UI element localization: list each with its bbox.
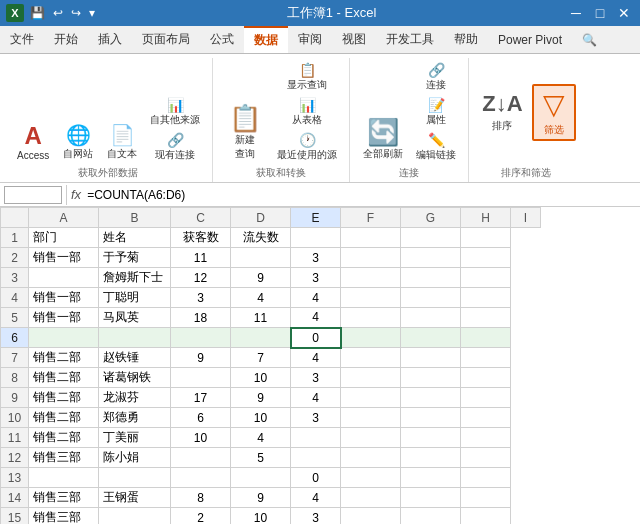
cell-E5[interactable]: 4 — [291, 308, 341, 328]
cell-A15[interactable]: 销售三部 — [29, 508, 99, 525]
cell-C14[interactable]: 8 — [171, 488, 231, 508]
cell-B10[interactable]: 郑德勇 — [99, 408, 171, 428]
ribbon-tab-公式[interactable]: 公式 — [200, 26, 244, 53]
cell-E4[interactable]: 4 — [291, 288, 341, 308]
cell-B7[interactable]: 赵铁锤 — [99, 348, 171, 368]
cell-E14[interactable]: 4 — [291, 488, 341, 508]
cell-D14[interactable]: 9 — [231, 488, 291, 508]
cell-A3[interactable] — [29, 268, 99, 288]
cell-blank-6-5[interactable] — [341, 328, 401, 348]
cell-D15[interactable]: 10 — [231, 508, 291, 525]
from-table-btn[interactable]: 📊从表格 — [273, 95, 341, 129]
col-header-G[interactable]: G — [401, 208, 461, 228]
cell-E7[interactable]: 4 — [291, 348, 341, 368]
cell-C7[interactable]: 9 — [171, 348, 231, 368]
row-number-12[interactable]: 12 — [1, 448, 29, 468]
cell-D10[interactable]: 10 — [231, 408, 291, 428]
cell-blank-1-5[interactable] — [341, 228, 401, 248]
col-header-C[interactable]: C — [171, 208, 231, 228]
show-query-btn[interactable]: 📋显示查询 — [273, 60, 341, 94]
ribbon-tab-开始[interactable]: 开始 — [44, 26, 88, 53]
row-number-13[interactable]: 13 — [1, 468, 29, 488]
row-number-6[interactable]: 6 — [1, 328, 29, 348]
properties-btn[interactable]: 📝属性 — [412, 95, 460, 129]
cell-D7[interactable]: 7 — [231, 348, 291, 368]
web-btn[interactable]: 🌐 自网站 — [58, 122, 98, 164]
cell-blank-13-5[interactable] — [341, 468, 401, 488]
cell-D9[interactable]: 9 — [231, 388, 291, 408]
cell-B9[interactable]: 龙淑芬 — [99, 388, 171, 408]
cell-blank-9-5[interactable] — [341, 388, 401, 408]
ribbon-tab-文件[interactable]: 文件 — [0, 26, 44, 53]
col-header-D[interactable]: D — [231, 208, 291, 228]
cell-B8[interactable]: 诸葛钢铁 — [99, 368, 171, 388]
new-query-btn[interactable]: 📋 新建查询 — [221, 102, 269, 164]
cell-C3[interactable]: 12 — [171, 268, 231, 288]
cell-E12[interactable] — [291, 448, 341, 468]
cell-B11[interactable]: 丁美丽 — [99, 428, 171, 448]
cell-blank-6-7[interactable] — [461, 328, 511, 348]
cell-C6[interactable] — [171, 328, 231, 348]
formula-input[interactable] — [87, 188, 636, 202]
cell-A1[interactable]: 部门 — [29, 228, 99, 248]
cell-blank-10-7[interactable] — [461, 408, 511, 428]
cell-D8[interactable]: 10 — [231, 368, 291, 388]
cell-D2[interactable] — [231, 248, 291, 268]
cell-B14[interactable]: 王钢蛋 — [99, 488, 171, 508]
cell-blank-13-7[interactable] — [461, 468, 511, 488]
window-controls[interactable]: ─ □ ✕ — [560, 0, 640, 26]
cell-blank-8-6[interactable] — [401, 368, 461, 388]
cell-blank-1-7[interactable] — [461, 228, 511, 248]
ribbon-tab-开发工具[interactable]: 开发工具 — [376, 26, 444, 53]
row-number-7[interactable]: 7 — [1, 348, 29, 368]
cell-E1[interactable] — [291, 228, 341, 248]
cell-E13[interactable]: 0 — [291, 468, 341, 488]
existing-conn-btn[interactable]: 🔗现有连接 — [146, 130, 204, 164]
minimize-btn[interactable]: ─ — [566, 5, 586, 21]
cell-D5[interactable]: 11 — [231, 308, 291, 328]
cell-blank-12-6[interactable] — [401, 448, 461, 468]
save-quick-btn[interactable]: 💾 — [28, 5, 47, 21]
sort-az-btn[interactable]: Z↓A 排序 — [477, 88, 527, 136]
cell-D3[interactable]: 9 — [231, 268, 291, 288]
cell-D11[interactable]: 4 — [231, 428, 291, 448]
row-number-10[interactable]: 10 — [1, 408, 29, 428]
cell-blank-15-7[interactable] — [461, 508, 511, 525]
cell-D1[interactable]: 流失数 — [231, 228, 291, 248]
cell-D12[interactable]: 5 — [231, 448, 291, 468]
cell-blank-3-6[interactable] — [401, 268, 461, 288]
cell-B2[interactable]: 于予菊 — [99, 248, 171, 268]
cell-A6[interactable] — [29, 328, 99, 348]
cell-B15[interactable] — [99, 508, 171, 525]
cell-blank-14-6[interactable] — [401, 488, 461, 508]
col-header-A[interactable]: A — [29, 208, 99, 228]
filter-btn[interactable]: ▽ 筛选 — [532, 84, 576, 141]
ribbon-tab-审阅[interactable]: 审阅 — [288, 26, 332, 53]
cell-C10[interactable]: 6 — [171, 408, 231, 428]
cell-E6[interactable]: 0 — [291, 328, 341, 348]
cell-C15[interactable]: 2 — [171, 508, 231, 525]
cell-blank-5-5[interactable] — [341, 308, 401, 328]
ribbon-tab-🔍[interactable]: 🔍 — [572, 26, 607, 53]
cell-E11[interactable] — [291, 428, 341, 448]
cell-blank-14-5[interactable] — [341, 488, 401, 508]
cell-B6[interactable] — [99, 328, 171, 348]
cell-blank-15-5[interactable] — [341, 508, 401, 525]
cell-C1[interactable]: 获客数 — [171, 228, 231, 248]
cell-A12[interactable]: 销售三部 — [29, 448, 99, 468]
cell-B5[interactable]: 马凤英 — [99, 308, 171, 328]
text-btn[interactable]: 📄 自文本 — [102, 122, 142, 164]
row-number-4[interactable]: 4 — [1, 288, 29, 308]
cell-blank-5-6[interactable] — [401, 308, 461, 328]
cell-blank-9-6[interactable] — [401, 388, 461, 408]
redo-quick-btn[interactable]: ↪ — [69, 5, 83, 21]
cell-C13[interactable] — [171, 468, 231, 488]
access-btn[interactable]: A Access — [12, 121, 54, 164]
cell-blank-4-6[interactable] — [401, 288, 461, 308]
cell-blank-10-5[interactable] — [341, 408, 401, 428]
quick-access-toolbar[interactable]: X 💾 ↩ ↪ ▾ — [0, 0, 103, 26]
cell-B1[interactable]: 姓名 — [99, 228, 171, 248]
ribbon-tab-帮助[interactable]: 帮助 — [444, 26, 488, 53]
recent-source-btn[interactable]: 🕐最近使用的源 — [273, 130, 341, 164]
cell-A11[interactable]: 销售二部 — [29, 428, 99, 448]
